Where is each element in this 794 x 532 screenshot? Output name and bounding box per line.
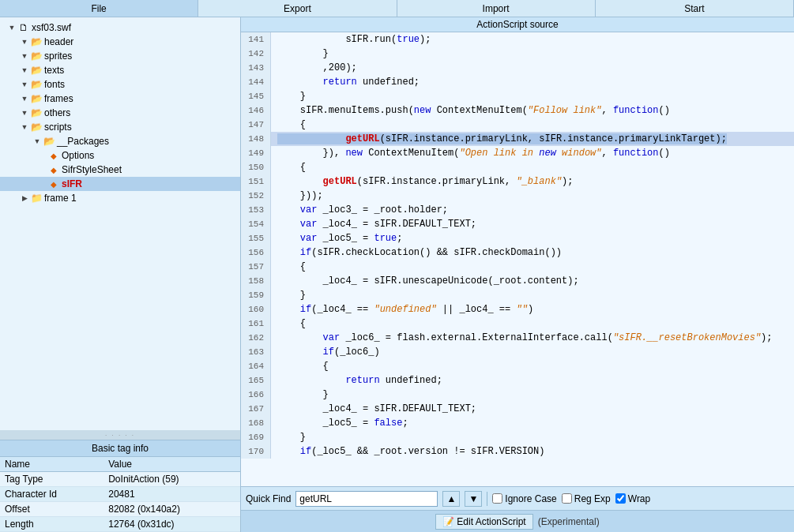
line-content: getURL(sIFR.instance.primaryLink, sIFR.i…	[271, 132, 794, 146]
code-line: 156 if(sIFR.checkLocation() && sIFR.chec…	[241, 245, 794, 260]
quick-find-input[interactable]	[295, 491, 438, 507]
tag-info-col-name: Name	[0, 457, 103, 472]
tree-label-packages: __Packages	[57, 136, 109, 147]
line-number: 155	[241, 231, 271, 245]
tag-name-cell: Length	[0, 517, 103, 532]
status-text: (Experimental)	[538, 516, 600, 527]
code-line: 170 if(_loc5_ && _root.version != sIFR.V…	[241, 444, 794, 459]
folder-open-icon: 📂	[30, 36, 43, 47]
toggle-frame1[interactable]: ▶	[19, 194, 30, 202]
code-line: 149 }), new ContextMenuItem("Open link i…	[241, 146, 794, 160]
folder-open-icon-packages: 📂	[43, 136, 55, 147]
table-row: Offset82082 (0x140a2)	[0, 502, 240, 517]
tree-item-frame1[interactable]: ▶ 📁 frame 1	[0, 191, 240, 205]
toggle-scripts[interactable]: ▼	[19, 123, 30, 131]
tree-item-texts[interactable]: ▼ 📂 texts	[0, 63, 240, 77]
tree-label-sprites: sprites	[44, 51, 72, 62]
tree-label-fonts: fonts	[44, 79, 65, 90]
code-line: 159 }	[241, 288, 794, 302]
line-content: _loc4_ = sIFR.DEFAULT_TEXT;	[271, 402, 794, 416]
menu-export[interactable]: Export	[198, 0, 397, 17]
line-number: 148	[241, 132, 271, 146]
file-tree[interactable]: ▼ 🗋 xsf03.swf ▼ 📂 header ▼ 📂 sprites	[0, 17, 240, 430]
tree-item-sifr[interactable]: ◆ sIFR	[0, 177, 240, 191]
code-area[interactable]: 141 sIFR.run(true);142 }143 ,200);144 re…	[241, 32, 794, 486]
line-number: 149	[241, 146, 271, 160]
table-row: Length12764 (0x31dc)	[0, 517, 240, 532]
toggle-fonts[interactable]: ▼	[19, 81, 30, 88]
reg-exp-checkbox[interactable]	[562, 493, 572, 504]
wrap-label[interactable]: Wrap	[615, 493, 650, 504]
tree-item-header[interactable]: ▼ 📂 header	[0, 35, 240, 49]
tree-label-frames: frames	[44, 93, 73, 104]
line-content: if(sIFR.checkLocation() && sIFR.checkDom…	[271, 245, 794, 260]
menu-start[interactable]: Start	[596, 0, 794, 17]
tree-item-sifrstylesheet[interactable]: ◆ SifrStyleSheet	[0, 163, 240, 177]
code-line: 143 ,200);	[241, 61, 794, 75]
toggle-frames[interactable]: ▼	[19, 95, 30, 103]
code-line: 153 var _loc3_ = _root.holder;	[241, 203, 794, 217]
line-number: 166	[241, 388, 271, 402]
folder-open-icon-scripts: 📂	[30, 122, 43, 133]
menu-file[interactable]: File	[0, 0, 198, 17]
line-number: 157	[241, 260, 271, 274]
tree-item-xsf03[interactable]: ▼ 🗋 xsf03.swf	[0, 21, 240, 35]
tree-label-scripts: scripts	[44, 122, 72, 133]
find-up-button[interactable]: ▲	[442, 491, 460, 507]
code-line: 164 {	[241, 359, 794, 373]
line-content: var _loc6_ = flash.external.ExternalInte…	[271, 331, 794, 345]
toggle-packages[interactable]: ▼	[32, 137, 43, 145]
code-line: 165 return undefined;	[241, 373, 794, 388]
reg-exp-label[interactable]: Reg Exp	[562, 493, 611, 504]
code-line: 144 return undefined;	[241, 75, 794, 89]
tree-item-sprites[interactable]: ▼ 📂 sprites	[0, 49, 240, 63]
code-line: 154 var _loc4_ = sIFR.DEFAULT_TEXT;	[241, 217, 794, 231]
left-panel: ▼ 🗋 xsf03.swf ▼ 📂 header ▼ 📂 sprites	[0, 17, 241, 532]
wrap-checkbox[interactable]	[615, 493, 626, 504]
find-down-button[interactable]: ▼	[465, 491, 482, 507]
toggle-header[interactable]: ▼	[19, 38, 30, 46]
line-content: }	[271, 288, 794, 302]
tree-item-others[interactable]: ▼ 📂 others	[0, 106, 240, 120]
tree-item-options[interactable]: ◆ Options	[0, 148, 240, 163]
code-line: 152 }));	[241, 189, 794, 203]
code-line: 163 if(_loc6_)	[241, 345, 794, 359]
ignore-case-label[interactable]: Ignore Case	[492, 493, 556, 504]
tree-label-sifr: sIFR	[62, 178, 82, 189]
line-number: 151	[241, 174, 271, 189]
line-content: return undefined;	[271, 75, 794, 89]
ignore-case-checkbox[interactable]	[492, 493, 502, 504]
resize-dots: · · · · ·	[105, 432, 135, 439]
line-number: 156	[241, 245, 271, 260]
tree-item-packages[interactable]: ▼ 📂 __Packages	[0, 134, 240, 148]
menu-import[interactable]: Import	[397, 0, 596, 17]
reg-exp-text: Reg Exp	[574, 493, 611, 504]
code-line: 145 }	[241, 89, 794, 103]
tree-label-header: header	[44, 36, 73, 47]
code-line: 162 var _loc6_ = flash.external.External…	[241, 331, 794, 345]
tag-info-col-value: Value	[103, 457, 240, 472]
toggle-others[interactable]: ▼	[19, 109, 30, 117]
line-content: return undefined;	[271, 373, 794, 388]
resize-handle[interactable]: · · · · ·	[0, 430, 240, 440]
tag-name-cell: Character Id	[0, 487, 103, 502]
code-line: 142 }	[241, 47, 794, 61]
line-content: }));	[271, 189, 794, 203]
toggle-sprites[interactable]: ▼	[19, 52, 30, 60]
toggle-xsf03[interactable]: ▼	[6, 24, 17, 32]
tree-item-fonts[interactable]: ▼ 📂 fonts	[0, 77, 240, 92]
tree-item-frames[interactable]: ▼ 📂 frames	[0, 92, 240, 106]
line-number: 167	[241, 402, 271, 416]
tree-item-scripts[interactable]: ▼ 📂 scripts	[0, 120, 240, 134]
edit-actionscript-button[interactable]: 📝 Edit ActionScript	[435, 514, 532, 530]
line-content: if(_loc5_ && _root.version != sIFR.VERSI…	[271, 444, 794, 459]
toggle-texts[interactable]: ▼	[19, 66, 30, 74]
code-line: 147 {	[241, 118, 794, 132]
tag-name-cell: Offset	[0, 502, 103, 517]
quick-find-label: Quick Find	[246, 493, 291, 504]
tag-info-header: Basic tag info	[0, 440, 240, 457]
table-row: Character Id20481	[0, 487, 240, 502]
code-line: 150 {	[241, 160, 794, 174]
code-line: 157 {	[241, 260, 794, 274]
line-content: {	[271, 359, 794, 373]
